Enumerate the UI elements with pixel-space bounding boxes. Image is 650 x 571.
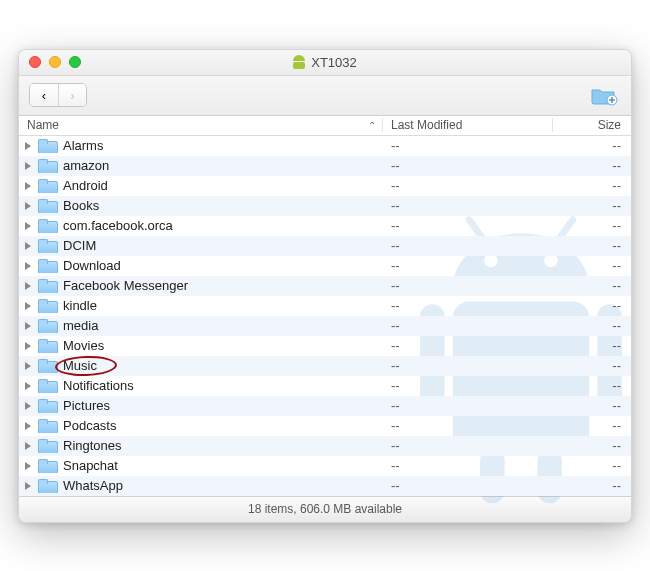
disclosure-triangle-icon[interactable] — [25, 262, 31, 270]
disclosure-triangle-icon[interactable] — [25, 282, 31, 290]
folder-icon — [38, 279, 56, 293]
cell-modified: -- — [383, 158, 553, 173]
chevron-right-icon: › — [70, 89, 74, 102]
disclosure-triangle-icon[interactable] — [25, 462, 31, 470]
disclosure-triangle-icon[interactable] — [25, 242, 31, 250]
toolbar: ‹ › — [19, 76, 631, 116]
disclosure-triangle-icon[interactable] — [25, 162, 31, 170]
table-row[interactable]: Android---- — [19, 176, 631, 196]
disclosure-triangle-icon[interactable] — [25, 422, 31, 430]
folder-icon — [38, 159, 56, 173]
table-row[interactable]: Pictures---- — [19, 396, 631, 416]
table-row[interactable]: WhatsApp---- — [19, 476, 631, 496]
file-list[interactable]: Alarms----amazon----Android----Books----… — [19, 136, 631, 496]
table-row[interactable]: com.facebook.orca---- — [19, 216, 631, 236]
cell-name: WhatsApp — [19, 478, 383, 493]
disclosure-triangle-icon[interactable] — [25, 382, 31, 390]
table-row[interactable]: Ringtones---- — [19, 436, 631, 456]
disclosure-triangle-icon[interactable] — [25, 182, 31, 190]
disclosure-triangle-icon[interactable] — [25, 442, 31, 450]
table-row[interactable]: media---- — [19, 316, 631, 336]
cell-modified: -- — [383, 178, 553, 193]
sort-ascending-icon: ⌃ — [368, 120, 376, 131]
disclosure-triangle-icon[interactable] — [25, 142, 31, 150]
titlebar[interactable]: XT1032 — [19, 50, 631, 76]
disclosure-triangle-icon[interactable] — [25, 482, 31, 490]
folder-icon — [38, 479, 56, 493]
maximize-button[interactable] — [69, 56, 81, 68]
table-row[interactable]: kindle---- — [19, 296, 631, 316]
table-row[interactable]: Alarms---- — [19, 136, 631, 156]
forward-button[interactable]: › — [58, 84, 86, 106]
cell-modified: -- — [383, 278, 553, 293]
table-row[interactable]: Podcasts---- — [19, 416, 631, 436]
table-row[interactable]: Snapchat---- — [19, 456, 631, 476]
cell-name: Podcasts — [19, 418, 383, 433]
window-title-text: XT1032 — [311, 55, 357, 70]
cell-name: Ringtones — [19, 438, 383, 453]
cell-modified: -- — [383, 458, 553, 473]
cell-name: com.facebook.orca — [19, 218, 383, 233]
chevron-left-icon: ‹ — [42, 89, 46, 102]
cell-name: media — [19, 318, 383, 333]
disclosure-triangle-icon[interactable] — [25, 202, 31, 210]
folder-icon — [38, 439, 56, 453]
item-name: Android — [63, 178, 108, 193]
item-name: Music — [63, 358, 97, 373]
folder-icon — [38, 139, 56, 153]
cell-size: -- — [553, 338, 631, 353]
folder-icon — [38, 299, 56, 313]
table-row[interactable]: Notifications---- — [19, 376, 631, 396]
folder-icon — [38, 459, 56, 473]
item-name: Download — [63, 258, 121, 273]
cell-modified: -- — [383, 478, 553, 493]
item-name: Alarms — [63, 138, 103, 153]
cell-modified: -- — [383, 378, 553, 393]
column-header-size[interactable]: Size — [553, 118, 631, 132]
folder-icon — [38, 379, 56, 393]
item-name: DCIM — [63, 238, 96, 253]
item-name: Facebook Messenger — [63, 278, 188, 293]
nav-group: ‹ › — [29, 83, 87, 107]
table-row[interactable]: Facebook Messenger---- — [19, 276, 631, 296]
column-header-modified-label: Last Modified — [391, 118, 462, 132]
table-row[interactable]: Download---- — [19, 256, 631, 276]
table-row[interactable]: Music---- — [19, 356, 631, 376]
disclosure-triangle-icon[interactable] — [25, 322, 31, 330]
folder-icon — [38, 399, 56, 413]
cell-modified: -- — [383, 258, 553, 273]
disclosure-triangle-icon[interactable] — [25, 402, 31, 410]
folder-icon — [38, 179, 56, 193]
cell-name: DCIM — [19, 238, 383, 253]
new-folder-button[interactable] — [587, 83, 621, 107]
cell-name: kindle — [19, 298, 383, 313]
window-title: XT1032 — [19, 55, 631, 70]
finder-window: XT1032 ‹ › Name ⌃ Last Modified — [18, 49, 632, 523]
disclosure-triangle-icon[interactable] — [25, 222, 31, 230]
folder-icon — [38, 219, 56, 233]
column-header-modified[interactable]: Last Modified — [383, 118, 553, 132]
folder-icon — [38, 259, 56, 273]
cell-size: -- — [553, 398, 631, 413]
minimize-button[interactable] — [49, 56, 61, 68]
column-header-name-label: Name — [27, 118, 59, 132]
back-button[interactable]: ‹ — [30, 84, 58, 106]
table-row[interactable]: Movies---- — [19, 336, 631, 356]
disclosure-triangle-icon[interactable] — [25, 342, 31, 350]
item-name: amazon — [63, 158, 109, 173]
cell-name: Alarms — [19, 138, 383, 153]
cell-size: -- — [553, 318, 631, 333]
cell-size: -- — [553, 438, 631, 453]
cell-name: Books — [19, 198, 383, 213]
cell-modified: -- — [383, 358, 553, 373]
table-row[interactable]: DCIM---- — [19, 236, 631, 256]
column-header-name[interactable]: Name ⌃ — [19, 118, 383, 132]
table-row[interactable]: Books---- — [19, 196, 631, 216]
folder-icon — [38, 319, 56, 333]
traffic-lights — [19, 56, 81, 68]
disclosure-triangle-icon[interactable] — [25, 302, 31, 310]
close-button[interactable] — [29, 56, 41, 68]
disclosure-triangle-icon[interactable] — [25, 362, 31, 370]
table-row[interactable]: amazon---- — [19, 156, 631, 176]
folder-icon — [38, 339, 56, 353]
